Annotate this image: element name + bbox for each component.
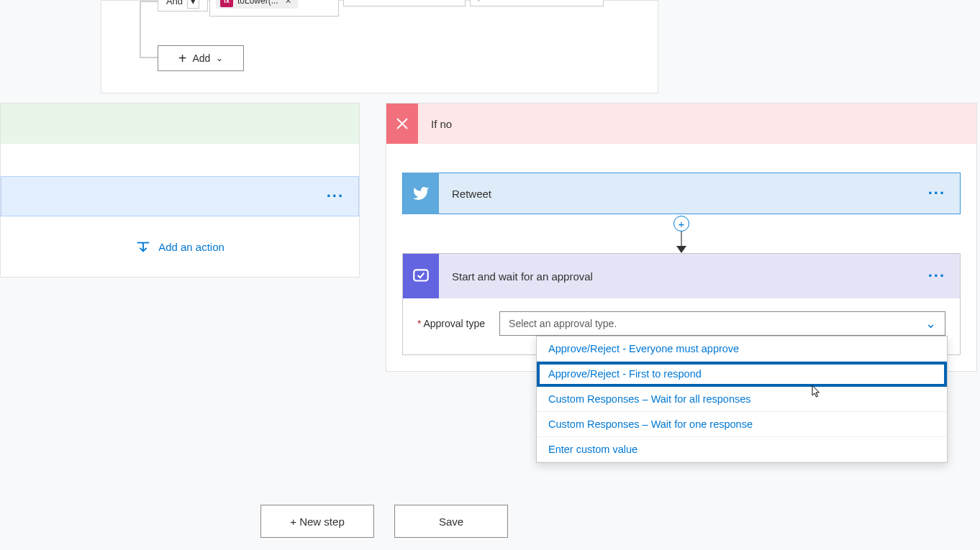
- value-text: problem: [478, 0, 512, 1]
- approval-type-label: *Approval type: [417, 318, 485, 329]
- condition-left-field[interactable]: fx toLower(... ✕: [209, 0, 339, 17]
- approval-action-card: Start and wait for an approval ··· *Appr…: [402, 253, 961, 355]
- tree-line: [140, 1, 141, 58]
- chevron-down-icon: ▾: [453, 0, 458, 1]
- add-label: Add: [192, 52, 210, 64]
- approval-type-select[interactable]: Select an approval type. ⌄: [499, 311, 945, 336]
- approval-title: Start and wait for an approval: [439, 270, 593, 283]
- approval-header[interactable]: Start and wait for an approval ···: [403, 254, 960, 298]
- chevron-down-icon: ⌄: [925, 316, 936, 331]
- insert-step-button[interactable]: +: [673, 216, 689, 232]
- more-icon[interactable]: ···: [928, 267, 945, 285]
- twitter-icon: [403, 173, 439, 214]
- add-action-button[interactable]: Add an action: [1, 216, 359, 277]
- and-caret-icon: ▾: [187, 0, 199, 9]
- arrow-down-icon: [676, 246, 686, 253]
- token-remove-icon[interactable]: ✕: [283, 0, 294, 6]
- dropdown-option-custom-all[interactable]: Custom Responses – Wait for all response…: [537, 387, 947, 412]
- close-icon: [395, 116, 409, 131]
- operator-value: contains: [351, 0, 386, 1]
- dropdown-option-custom-value[interactable]: Enter custom value: [537, 437, 947, 462]
- if-no-branch: If no Retweet ··· +: [386, 103, 977, 372]
- retweet-action-card[interactable]: Retweet ···: [402, 173, 961, 214]
- approval-icon: [403, 254, 439, 298]
- footer-buttons: + New step Save: [260, 505, 508, 538]
- token-text: toLower(...: [237, 0, 278, 6]
- if-no-title: If no: [418, 118, 452, 130]
- operator-select[interactable]: contains ▾: [343, 0, 466, 6]
- svg-rect-2: [414, 270, 428, 280]
- if-yes-branch: ··· Add an action: [0, 103, 360, 278]
- no-header-icon-box: [386, 104, 418, 144]
- condition-value-input[interactable]: problem: [470, 0, 604, 6]
- approval-placeholder: Select an approval type.: [509, 318, 617, 329]
- dropdown-option-everyone[interactable]: Approve/Reject - Everyone must approve: [537, 336, 947, 362]
- if-no-header: If no: [386, 104, 976, 144]
- add-action-label: Add an action: [158, 241, 224, 253]
- insert-icon: [135, 239, 151, 255]
- and-group-select[interactable]: And ▾: [158, 0, 208, 12]
- more-icon[interactable]: ···: [928, 184, 945, 203]
- approval-type-dropdown: Approve/Reject - Everyone must approve A…: [536, 336, 948, 463]
- chevron-down-icon: ⌄: [216, 53, 223, 63]
- more-icon[interactable]: ···: [327, 187, 344, 206]
- save-button[interactable]: Save: [394, 505, 508, 538]
- tree-line: [140, 57, 158, 58]
- new-step-button[interactable]: + New step: [260, 505, 374, 538]
- expression-token[interactable]: fx toLower(... ✕: [216, 0, 298, 9]
- row-more-icon[interactable]: ···: [611, 0, 628, 9]
- flow-connector: +: [402, 214, 961, 253]
- and-label: And: [166, 0, 183, 6]
- plus-icon: +: [178, 50, 187, 67]
- retweet-title: Retweet: [439, 188, 491, 200]
- yes-action-card[interactable]: ···: [1, 176, 359, 216]
- tree-line: [140, 1, 158, 2]
- condition-card: And ▾ fx toLower(... ✕ contains ▾ proble…: [101, 0, 658, 93]
- dropdown-option-first[interactable]: Approve/Reject - First to respond: [537, 362, 947, 387]
- fx-icon: fx: [220, 0, 233, 7]
- add-condition-button[interactable]: + Add ⌄: [158, 45, 244, 71]
- if-yes-header: [1, 104, 359, 144]
- dropdown-option-custom-one[interactable]: Custom Responses – Wait for one response: [537, 412, 947, 437]
